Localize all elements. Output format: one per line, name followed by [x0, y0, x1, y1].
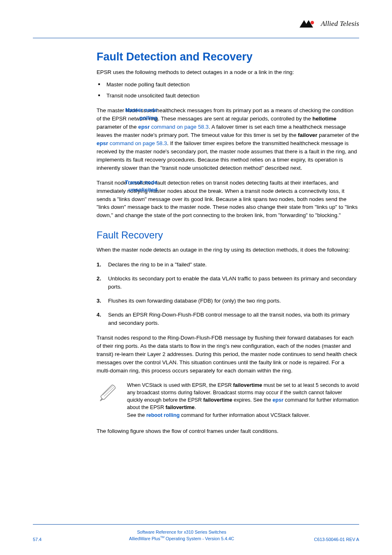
footer-divider: [33, 524, 359, 525]
page: Allied Telesis Fault Detection and Recov…: [0, 0, 392, 555]
step-item: Sends an EPSR Ring-Down-Flush-FDB contro…: [108, 311, 359, 327]
epsr-command-link[interactable]: epsr: [272, 397, 284, 403]
epsr-command-link[interactable]: epsr: [97, 140, 108, 146]
recovery-after-paragraph: Transit nodes respond to the Ring-Down-F…: [97, 334, 359, 375]
reboot-rolling-link[interactable]: reboot rolling: [146, 412, 180, 418]
epsr-command-link[interactable]: epsr: [138, 124, 150, 130]
note-text: When VCStack is used with EPSR, the EPSR…: [127, 382, 359, 419]
side-label-transit-unsolicited: Transit node unsolicited: [97, 179, 157, 194]
side-label-line: Master node: [125, 107, 157, 113]
closing-paragraph: The following figure shows the flow of c…: [97, 427, 359, 435]
param-failovertime: failovertime: [166, 405, 195, 410]
footer-center: Software Reference for x310 Series Switc…: [62, 529, 302, 542]
side-label-line: Transit node: [125, 179, 157, 185]
master-node-polling-section: Master node polling The master node issu…: [97, 106, 359, 172]
detection-methods-list: Master node polling fault detection Tran…: [97, 81, 359, 100]
logo-mark-icon: [300, 20, 318, 28]
tm-mark: TM: [160, 536, 164, 539]
fault-recovery-heading: Fault Recovery: [97, 229, 359, 241]
brand-name: Allied Telesis: [321, 20, 359, 28]
note-icon: [97, 382, 120, 405]
recovery-steps: Declares the ring to be in a "failed" st…: [97, 261, 359, 327]
page-number: 57.4: [33, 537, 62, 542]
side-label-master-polling: Master node polling: [97, 106, 157, 122]
epsr-command-page-link[interactable]: command on page 58.3: [110, 140, 167, 146]
page-title: Fault Detection and Recovery: [97, 51, 359, 63]
step-item: Flushes its own forwarding database (FDB…: [108, 297, 359, 305]
footer-line1: Software Reference for x310 Series Switc…: [137, 530, 226, 534]
param-failovertime: failovertime: [203, 397, 233, 403]
step-item: Declares the ring to be in a "failed" st…: [108, 261, 359, 269]
recovery-intro: When the master node detects an outage i…: [97, 246, 359, 254]
param-hellotime: hellotime: [312, 116, 336, 122]
note-box: When VCStack is used with EPSR, the EPSR…: [97, 382, 359, 419]
step-item: Unblocks its secondary port to enable th…: [108, 275, 359, 291]
footer-line2: AlliedWare PlusTM Operating System - Ver…: [129, 536, 234, 541]
param-failovertime: failovertime: [233, 382, 262, 388]
footer: 57.4 Software Reference for x310 Series …: [33, 529, 359, 542]
list-item: Master node polling fault detection: [106, 81, 359, 89]
svg-point-2: [310, 21, 314, 24]
epsr-command-page-link[interactable]: command on page 58.3: [150, 124, 208, 130]
list-item: Transit node unsolicited fault detection: [106, 92, 359, 100]
side-label-line: polling: [139, 115, 157, 121]
main-content: Fault Detection and Recovery EPSR uses t…: [33, 38, 359, 435]
transit-node-unsolicited-section: Transit node unsolicited Transit node un…: [97, 179, 359, 220]
svg-line-3: [103, 386, 113, 395]
param-failover: failover: [298, 132, 317, 138]
side-label-line: unsolicited: [129, 187, 157, 193]
footer-revision: C613-50046-01 REV A: [302, 537, 359, 542]
brand-logo: Allied Telesis: [300, 20, 359, 28]
intro-text: EPSR uses the following methods to detec…: [97, 68, 359, 76]
